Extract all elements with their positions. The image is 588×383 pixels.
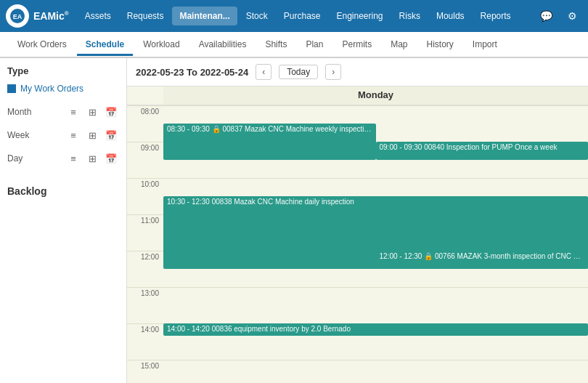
time-1400: 14:00 xyxy=(127,323,163,360)
main-content: Type My Work Orders Month ≡ ⊞ 📅 Week ≡ ⊞… xyxy=(0,58,588,383)
sidebar-type-header: Type xyxy=(7,65,119,76)
time-1300: 13:00 xyxy=(127,287,163,323)
day-cal-icon[interactable]: 📅 xyxy=(103,150,119,166)
next-btn[interactable]: › xyxy=(325,64,341,80)
chat-icon-btn[interactable]: 💬 xyxy=(536,6,556,26)
svg-text:EA: EA xyxy=(13,13,23,20)
date-range: 2022-05-23 To 2022-05-24 xyxy=(136,67,248,78)
month-cal-icon[interactable]: 📅 xyxy=(103,104,119,120)
nav-purchase[interactable]: Purchase xyxy=(277,7,328,25)
event-00837[interactable]: 08:30 - 09:30 🔒 00837 Mazak CNC Machine … xyxy=(163,124,376,160)
subnav-schedule[interactable]: Schedule xyxy=(77,35,133,56)
my-orders-indicator xyxy=(7,84,16,93)
my-orders-filter[interactable]: My Work Orders xyxy=(7,84,119,94)
calendar-grid: 08:00 09:00 10:00 11:00 12:00 13:00 14:0… xyxy=(127,86,588,383)
day-view-icons: ≡ ⊞ 📅 xyxy=(65,150,119,166)
time-1100: 11:00 xyxy=(127,214,163,251)
day-slots: 08:30 - 09:30 🔒 00837 Mazak CNC Machine … xyxy=(163,105,588,383)
nav-moulds[interactable]: Moulds xyxy=(429,7,472,25)
subnav-availabilities[interactable]: Availabilities xyxy=(190,35,256,56)
day-label: Day xyxy=(7,153,36,164)
week-view-icons: ≡ ⊞ 📅 xyxy=(65,127,119,143)
time-1500: 15:00 xyxy=(127,360,163,383)
day-list-icon[interactable]: ≡ xyxy=(65,150,81,166)
subnav-import[interactable]: Import xyxy=(464,35,506,56)
sub-navigation: Work Orders Schedule Workload Availabili… xyxy=(0,32,588,58)
calendar-area: 2022-05-23 To 2022-05-24 ‹ Today › 08:00… xyxy=(127,58,588,383)
subnav-shifts[interactable]: Shifts xyxy=(256,35,295,56)
subnav-history[interactable]: History xyxy=(418,35,462,56)
nav-engineering[interactable]: Engineering xyxy=(329,7,390,25)
sidebar: Type My Work Orders Month ≡ ⊞ 📅 Week ≡ ⊞… xyxy=(0,58,127,383)
prev-btn[interactable]: ‹ xyxy=(256,64,271,80)
logo-text: EAMic® xyxy=(33,10,69,22)
day-column: Monday xyxy=(163,86,588,383)
month-view-icons: ≡ ⊞ 📅 xyxy=(65,104,119,120)
nav-maintenance[interactable]: Maintenan... xyxy=(172,7,237,25)
subnav-permits[interactable]: Permits xyxy=(333,35,380,56)
today-button[interactable]: Today xyxy=(279,65,318,79)
backlog-section[interactable]: Backlog xyxy=(7,181,119,201)
subnav-work-orders[interactable]: Work Orders xyxy=(9,35,75,56)
my-orders-label: My Work Orders xyxy=(20,84,83,94)
event-00840[interactable]: 09:00 - 09:30 00840 Inspection for PUMP … xyxy=(376,142,589,160)
week-view-row: Week ≡ ⊞ 📅 xyxy=(7,127,119,143)
nav-requests[interactable]: Requests xyxy=(120,7,171,25)
nav-stock[interactable]: Stock xyxy=(239,7,275,25)
nav-icon-area: 💬 ⚙ xyxy=(536,6,582,26)
day-view-row: Day ≡ ⊞ 📅 xyxy=(7,150,119,166)
slot-1500 xyxy=(163,360,588,383)
settings-icon-btn[interactable]: ⚙ xyxy=(562,6,582,26)
time-0900: 09:00 xyxy=(127,142,163,178)
top-navigation: EA EAMic® Assets Requests Maintenan... S… xyxy=(0,0,588,32)
subnav-workload[interactable]: Workload xyxy=(134,35,188,56)
month-label: Month xyxy=(7,107,36,117)
month-list-icon[interactable]: ≡ xyxy=(65,104,81,120)
week-list-icon[interactable]: ≡ xyxy=(65,127,81,143)
subnav-plan[interactable]: Plan xyxy=(297,35,332,56)
slot-1300 xyxy=(163,287,588,323)
nav-assets[interactable]: Assets xyxy=(78,7,118,25)
time-1000: 10:00 xyxy=(127,178,163,214)
nav-risks[interactable]: Risks xyxy=(392,7,428,25)
day-header: Monday xyxy=(163,86,588,105)
day-grid-icon[interactable]: ⊞ xyxy=(84,150,100,166)
event-00836[interactable]: 14:00 - 14:20 00836 equipment inventory … xyxy=(163,323,588,336)
time-0800: 08:00 xyxy=(127,105,163,142)
month-view-row: Month ≡ ⊞ 📅 xyxy=(7,104,119,120)
nav-items: Assets Requests Maintenan... Stock Purch… xyxy=(78,7,536,25)
calendar-header: 2022-05-23 To 2022-05-24 ‹ Today › xyxy=(127,58,588,86)
logo-icon: EA xyxy=(6,4,29,28)
logo-area: EA EAMic® xyxy=(6,4,69,28)
event-00766[interactable]: 12:00 - 12:30 🔒 00766 MAZAK 3-month insp… xyxy=(376,251,589,269)
time-1200: 12:00 xyxy=(127,251,163,287)
week-cal-icon[interactable]: 📅 xyxy=(103,127,119,143)
time-column: 08:00 09:00 10:00 11:00 12:00 13:00 14:0… xyxy=(127,86,163,383)
week-label: Week xyxy=(7,130,36,140)
month-grid-icon[interactable]: ⊞ xyxy=(84,104,100,120)
subnav-map[interactable]: Map xyxy=(382,35,416,56)
week-grid-icon[interactable]: ⊞ xyxy=(84,127,100,143)
nav-reports[interactable]: Reports xyxy=(473,7,518,25)
